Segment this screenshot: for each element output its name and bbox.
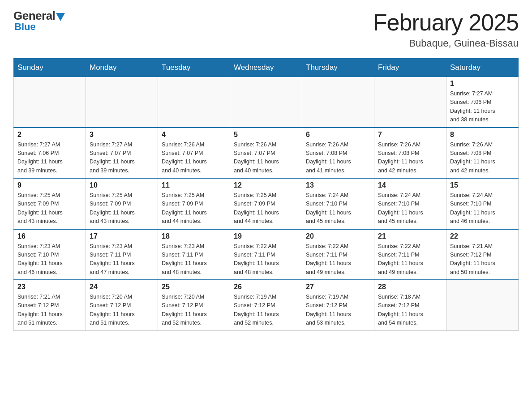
day-number: 24 [90,283,154,291]
day-number: 22 [450,232,515,240]
day-info: Sunrise: 7:21 AMSunset: 7:12 PMDaylight:… [450,242,515,277]
calendar-cell: 3Sunrise: 7:27 AMSunset: 7:07 PMDaylight… [86,128,158,179]
day-number: 20 [306,232,370,240]
calendar-cell [446,280,519,330]
day-info: Sunrise: 7:27 AMSunset: 7:06 PMDaylight:… [17,141,82,176]
calendar-cell [14,77,86,128]
week-row-3: 9Sunrise: 7:25 AMSunset: 7:09 PMDaylight… [14,178,519,229]
day-number: 17 [90,232,154,240]
week-row-2: 2Sunrise: 7:27 AMSunset: 7:06 PMDaylight… [14,128,519,179]
day-info: Sunrise: 7:23 AMSunset: 7:11 PMDaylight:… [90,242,154,277]
calendar-cell: 8Sunrise: 7:26 AMSunset: 7:08 PMDaylight… [446,128,519,179]
weekday-header-friday: Friday [374,59,446,77]
calendar-cell: 16Sunrise: 7:23 AMSunset: 7:10 PMDayligh… [14,229,86,280]
day-number: 5 [234,131,298,139]
day-number: 15 [450,181,515,189]
day-info: Sunrise: 7:25 AMSunset: 7:09 PMDaylight:… [90,191,154,226]
calendar-cell [158,77,230,128]
calendar-cell: 7Sunrise: 7:26 AMSunset: 7:08 PMDaylight… [374,128,446,179]
calendar-cell: 28Sunrise: 7:18 AMSunset: 7:12 PMDayligh… [374,280,446,330]
calendar-cell: 13Sunrise: 7:24 AMSunset: 7:10 PMDayligh… [302,178,374,229]
calendar-cell: 24Sunrise: 7:20 AMSunset: 7:12 PMDayligh… [86,280,158,330]
day-number: 28 [378,283,442,291]
day-info: Sunrise: 7:26 AMSunset: 7:07 PMDaylight:… [162,141,226,176]
calendar-cell: 9Sunrise: 7:25 AMSunset: 7:09 PMDaylight… [14,178,86,229]
calendar-cell [374,77,446,128]
day-info: Sunrise: 7:24 AMSunset: 7:10 PMDaylight:… [378,191,442,226]
day-number: 11 [162,181,226,189]
calendar-cell: 5Sunrise: 7:26 AMSunset: 7:07 PMDaylight… [230,128,302,179]
day-info: Sunrise: 7:24 AMSunset: 7:10 PMDaylight:… [450,191,515,226]
calendar-cell [86,77,158,128]
calendar-cell: 15Sunrise: 7:24 AMSunset: 7:10 PMDayligh… [446,178,519,229]
week-row-1: 1Sunrise: 7:27 AMSunset: 7:06 PMDaylight… [14,77,519,128]
weekday-header-saturday: Saturday [446,59,519,77]
calendar-cell: 4Sunrise: 7:26 AMSunset: 7:07 PMDaylight… [158,128,230,179]
weekday-header-sunday: Sunday [14,59,86,77]
day-number: 2 [17,131,82,139]
calendar-cell: 25Sunrise: 7:20 AMSunset: 7:12 PMDayligh… [158,280,230,330]
calendar-cell: 12Sunrise: 7:25 AMSunset: 7:09 PMDayligh… [230,178,302,229]
calendar-cell: 1Sunrise: 7:27 AMSunset: 7:06 PMDaylight… [446,77,519,128]
day-info: Sunrise: 7:27 AMSunset: 7:07 PMDaylight:… [90,141,154,176]
weekday-header-tuesday: Tuesday [158,59,230,77]
day-number: 21 [378,232,442,240]
day-number: 23 [17,283,82,291]
weekday-header-wednesday: Wednesday [230,59,302,77]
calendar-cell: 17Sunrise: 7:23 AMSunset: 7:11 PMDayligh… [86,229,158,280]
day-info: Sunrise: 7:24 AMSunset: 7:10 PMDaylight:… [306,191,370,226]
calendar-cell: 21Sunrise: 7:22 AMSunset: 7:11 PMDayligh… [374,229,446,280]
day-number: 16 [17,232,82,240]
day-number: 7 [378,131,442,139]
day-number: 25 [162,283,226,291]
calendar-cell: 11Sunrise: 7:25 AMSunset: 7:09 PMDayligh… [158,178,230,229]
calendar-cell: 23Sunrise: 7:21 AMSunset: 7:12 PMDayligh… [14,280,86,330]
day-info: Sunrise: 7:22 AMSunset: 7:11 PMDaylight:… [306,242,370,277]
day-number: 26 [234,283,298,291]
calendar-cell: 26Sunrise: 7:19 AMSunset: 7:12 PMDayligh… [230,280,302,330]
day-info: Sunrise: 7:25 AMSunset: 7:09 PMDaylight:… [162,191,226,226]
location: Bubaque, Guinea-Bissau [373,38,519,49]
calendar-cell: 2Sunrise: 7:27 AMSunset: 7:06 PMDaylight… [14,128,86,179]
week-row-5: 23Sunrise: 7:21 AMSunset: 7:12 PMDayligh… [14,280,519,330]
calendar-cell: 27Sunrise: 7:19 AMSunset: 7:12 PMDayligh… [302,280,374,330]
day-info: Sunrise: 7:19 AMSunset: 7:12 PMDaylight:… [306,293,370,328]
calendar-cell: 20Sunrise: 7:22 AMSunset: 7:11 PMDayligh… [302,229,374,280]
day-info: Sunrise: 7:23 AMSunset: 7:10 PMDaylight:… [17,242,82,277]
calendar-cell: 18Sunrise: 7:23 AMSunset: 7:11 PMDayligh… [158,229,230,280]
day-info: Sunrise: 7:26 AMSunset: 7:08 PMDaylight:… [450,141,515,176]
calendar-cell [230,77,302,128]
day-info: Sunrise: 7:22 AMSunset: 7:11 PMDaylight:… [378,242,442,277]
day-info: Sunrise: 7:26 AMSunset: 7:08 PMDaylight:… [306,141,370,176]
weekday-header-monday: Monday [86,59,158,77]
calendar-cell: 10Sunrise: 7:25 AMSunset: 7:09 PMDayligh… [86,178,158,229]
calendar-cell: 14Sunrise: 7:24 AMSunset: 7:10 PMDayligh… [374,178,446,229]
day-number: 19 [234,232,298,240]
calendar-cell: 6Sunrise: 7:26 AMSunset: 7:08 PMDaylight… [302,128,374,179]
day-number: 9 [17,181,82,189]
weekday-header-thursday: Thursday [302,59,374,77]
day-number: 1 [450,80,515,88]
weekday-header-row: SundayMondayTuesdayWednesdayThursdayFrid… [14,59,519,77]
day-info: Sunrise: 7:21 AMSunset: 7:12 PMDaylight:… [17,293,82,328]
day-info: Sunrise: 7:19 AMSunset: 7:12 PMDaylight:… [234,293,298,328]
calendar-table: SundayMondayTuesdayWednesdayThursdayFrid… [13,58,519,331]
day-info: Sunrise: 7:20 AMSunset: 7:12 PMDaylight:… [162,293,226,328]
logo-triangle-icon [56,13,65,21]
day-info: Sunrise: 7:25 AMSunset: 7:09 PMDaylight:… [234,191,298,226]
day-number: 6 [306,131,370,139]
day-info: Sunrise: 7:18 AMSunset: 7:12 PMDaylight:… [378,293,442,328]
page-header: General Blue February 2025 Bubaque, Guin… [13,9,519,49]
day-info: Sunrise: 7:22 AMSunset: 7:11 PMDaylight:… [234,242,298,277]
calendar-cell: 22Sunrise: 7:21 AMSunset: 7:12 PMDayligh… [446,229,519,280]
day-number: 14 [378,181,442,189]
day-info: Sunrise: 7:26 AMSunset: 7:08 PMDaylight:… [378,141,442,176]
day-info: Sunrise: 7:23 AMSunset: 7:11 PMDaylight:… [162,242,226,277]
logo: General Blue [13,9,65,33]
calendar-cell [302,77,374,128]
day-number: 3 [90,131,154,139]
day-number: 27 [306,283,370,291]
day-number: 10 [90,181,154,189]
day-info: Sunrise: 7:25 AMSunset: 7:09 PMDaylight:… [17,191,82,226]
day-info: Sunrise: 7:20 AMSunset: 7:12 PMDaylight:… [90,293,154,328]
